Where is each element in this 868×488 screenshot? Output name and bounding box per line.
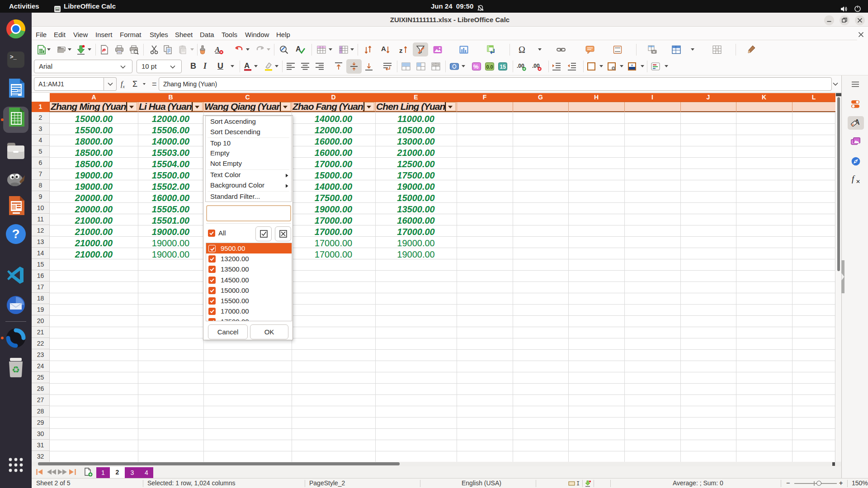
svg-text:0.0: 0.0 (486, 64, 493, 70)
svg-text:♻: ♻ (12, 365, 20, 375)
svg-text:A: A (244, 61, 250, 70)
svg-text:Ω: Ω (519, 45, 525, 55)
svg-text:A: A (381, 45, 386, 52)
svg-text:%: % (473, 63, 479, 70)
svg-text:A: A (214, 45, 220, 54)
svg-text:z: z (399, 47, 403, 54)
svg-text:I: I (576, 481, 580, 486)
svg-text:15: 15 (500, 64, 506, 70)
